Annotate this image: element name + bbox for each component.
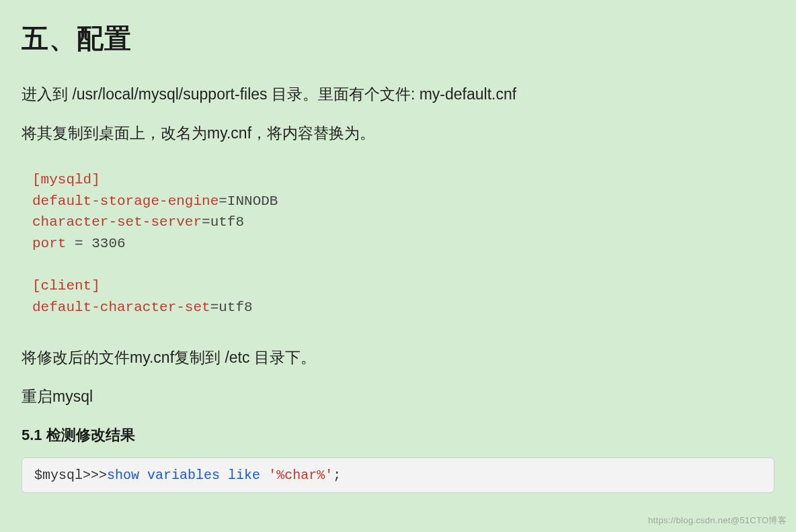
sql-keyword-show: show <box>107 468 139 483</box>
watermark: https://blog.csdn.net@51CTO博客 <box>648 515 787 527</box>
subsection-title: 5.1 检测修改结果 <box>22 425 774 445</box>
config-val-utf8-client: =utf8 <box>210 300 253 315</box>
paragraph-copy-etc: 将修改后的文件my.cnf复制到 /etc 目录下。 <box>22 346 774 370</box>
sql-semicolon: ; <box>333 468 341 483</box>
sql-prompt: $mysql>>> <box>34 468 107 483</box>
page-title: 五、配置 <box>22 20 774 57</box>
config-key-default-storage-engine: default-storage-engine <box>32 193 218 209</box>
sql-command-block: $mysql>>>show variables like '%char%'; <box>22 457 774 493</box>
config-val-innodb: =INNODB <box>218 193 278 209</box>
config-section-client: [client] <box>32 278 100 294</box>
paragraph-copy-rename: 将其复制到桌面上，改名为my.cnf，将内容替换为。 <box>22 122 774 146</box>
config-val-utf8-server: =utf8 <box>202 214 244 230</box>
config-block-mycnf: [mysqld] default-storage-engine=INNODB c… <box>22 160 774 327</box>
config-key-character-set-server: character-set-server <box>32 214 202 230</box>
config-section-mysqld: [mysqld] <box>32 172 100 187</box>
sql-keyword-variables: variables <box>147 468 220 483</box>
config-key-port: port <box>32 236 66 251</box>
config-key-default-character-set: default-character-set <box>32 300 210 315</box>
config-val-port: = 3306 <box>66 236 125 251</box>
paragraph-intro: 进入到 /usr/local/mysql/support-files 目录。里面… <box>22 83 774 107</box>
sql-string-arg: '%char%' <box>268 468 333 483</box>
paragraph-restart: 重启mysql <box>22 385 774 409</box>
sql-keyword-like: like <box>228 468 260 483</box>
